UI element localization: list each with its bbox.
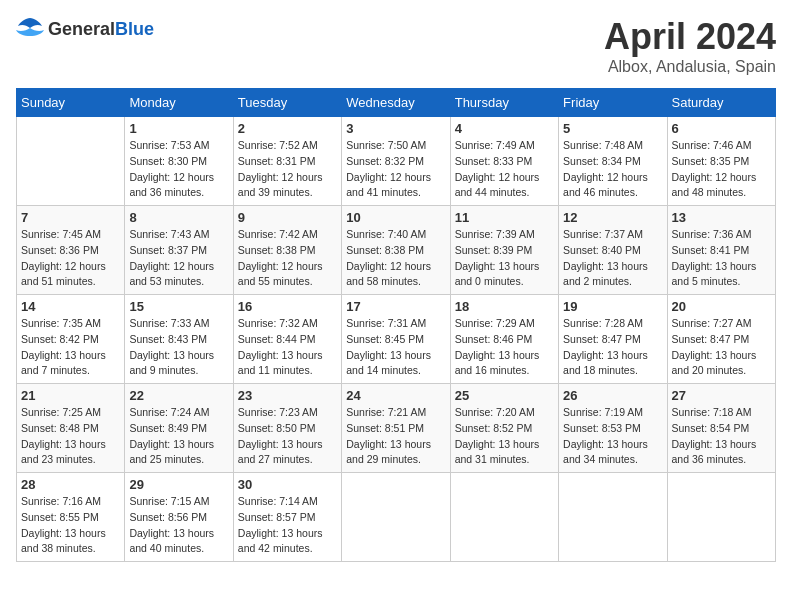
day-number: 11: [455, 210, 554, 225]
calendar-cell: 25Sunrise: 7:20 AMSunset: 8:52 PMDayligh…: [450, 384, 558, 473]
day-number: 13: [672, 210, 771, 225]
calendar-cell: 26Sunrise: 7:19 AMSunset: 8:53 PMDayligh…: [559, 384, 667, 473]
day-number: 28: [21, 477, 120, 492]
calendar-cell: 8Sunrise: 7:43 AMSunset: 8:37 PMDaylight…: [125, 206, 233, 295]
calendar-week-row: 21Sunrise: 7:25 AMSunset: 8:48 PMDayligh…: [17, 384, 776, 473]
calendar-header-row: SundayMondayTuesdayWednesdayThursdayFrid…: [17, 89, 776, 117]
calendar-cell: 18Sunrise: 7:29 AMSunset: 8:46 PMDayligh…: [450, 295, 558, 384]
day-detail: Sunrise: 7:24 AMSunset: 8:49 PMDaylight:…: [129, 405, 228, 468]
day-number: 18: [455, 299, 554, 314]
day-detail: Sunrise: 7:45 AMSunset: 8:36 PMDaylight:…: [21, 227, 120, 290]
day-number: 27: [672, 388, 771, 403]
calendar-cell: 5Sunrise: 7:48 AMSunset: 8:34 PMDaylight…: [559, 117, 667, 206]
day-number: 19: [563, 299, 662, 314]
calendar-cell: 14Sunrise: 7:35 AMSunset: 8:42 PMDayligh…: [17, 295, 125, 384]
calendar-body: 1Sunrise: 7:53 AMSunset: 8:30 PMDaylight…: [17, 117, 776, 562]
day-number: 29: [129, 477, 228, 492]
day-detail: Sunrise: 7:21 AMSunset: 8:51 PMDaylight:…: [346, 405, 445, 468]
day-number: 9: [238, 210, 337, 225]
day-number: 30: [238, 477, 337, 492]
calendar-cell: 1Sunrise: 7:53 AMSunset: 8:30 PMDaylight…: [125, 117, 233, 206]
logo: GeneralBlue: [16, 16, 154, 42]
calendar-cell: 23Sunrise: 7:23 AMSunset: 8:50 PMDayligh…: [233, 384, 341, 473]
day-detail: Sunrise: 7:35 AMSunset: 8:42 PMDaylight:…: [21, 316, 120, 379]
calendar-cell: [450, 473, 558, 562]
day-number: 14: [21, 299, 120, 314]
calendar-cell: 28Sunrise: 7:16 AMSunset: 8:55 PMDayligh…: [17, 473, 125, 562]
calendar-cell: 21Sunrise: 7:25 AMSunset: 8:48 PMDayligh…: [17, 384, 125, 473]
calendar-cell: 13Sunrise: 7:36 AMSunset: 8:41 PMDayligh…: [667, 206, 775, 295]
day-detail: Sunrise: 7:50 AMSunset: 8:32 PMDaylight:…: [346, 138, 445, 201]
calendar-cell: 6Sunrise: 7:46 AMSunset: 8:35 PMDaylight…: [667, 117, 775, 206]
day-detail: Sunrise: 7:15 AMSunset: 8:56 PMDaylight:…: [129, 494, 228, 557]
day-number: 12: [563, 210, 662, 225]
calendar-cell: 11Sunrise: 7:39 AMSunset: 8:39 PMDayligh…: [450, 206, 558, 295]
day-number: 21: [21, 388, 120, 403]
month-title: April 2024: [604, 16, 776, 58]
calendar-cell: 9Sunrise: 7:42 AMSunset: 8:38 PMDaylight…: [233, 206, 341, 295]
calendar-cell: 17Sunrise: 7:31 AMSunset: 8:45 PMDayligh…: [342, 295, 450, 384]
day-detail: Sunrise: 7:43 AMSunset: 8:37 PMDaylight:…: [129, 227, 228, 290]
location-title: Albox, Andalusia, Spain: [604, 58, 776, 76]
calendar-cell: 10Sunrise: 7:40 AMSunset: 8:38 PMDayligh…: [342, 206, 450, 295]
day-number: 15: [129, 299, 228, 314]
day-number: 24: [346, 388, 445, 403]
calendar-cell: [559, 473, 667, 562]
day-detail: Sunrise: 7:48 AMSunset: 8:34 PMDaylight:…: [563, 138, 662, 201]
logo-bird-icon: [16, 16, 44, 38]
day-detail: Sunrise: 7:32 AMSunset: 8:44 PMDaylight:…: [238, 316, 337, 379]
calendar-cell: 22Sunrise: 7:24 AMSunset: 8:49 PMDayligh…: [125, 384, 233, 473]
day-number: 16: [238, 299, 337, 314]
calendar-cell: 7Sunrise: 7:45 AMSunset: 8:36 PMDaylight…: [17, 206, 125, 295]
calendar-cell: 20Sunrise: 7:27 AMSunset: 8:47 PMDayligh…: [667, 295, 775, 384]
day-detail: Sunrise: 7:36 AMSunset: 8:41 PMDaylight:…: [672, 227, 771, 290]
calendar-week-row: 28Sunrise: 7:16 AMSunset: 8:55 PMDayligh…: [17, 473, 776, 562]
calendar-cell: 27Sunrise: 7:18 AMSunset: 8:54 PMDayligh…: [667, 384, 775, 473]
calendar-table: SundayMondayTuesdayWednesdayThursdayFrid…: [16, 88, 776, 562]
day-detail: Sunrise: 7:31 AMSunset: 8:45 PMDaylight:…: [346, 316, 445, 379]
logo-blue-text: Blue: [115, 19, 154, 39]
day-detail: Sunrise: 7:53 AMSunset: 8:30 PMDaylight:…: [129, 138, 228, 201]
calendar-cell: 29Sunrise: 7:15 AMSunset: 8:56 PMDayligh…: [125, 473, 233, 562]
day-number: 26: [563, 388, 662, 403]
calendar-week-row: 14Sunrise: 7:35 AMSunset: 8:42 PMDayligh…: [17, 295, 776, 384]
calendar-cell: [342, 473, 450, 562]
day-detail: Sunrise: 7:14 AMSunset: 8:57 PMDaylight:…: [238, 494, 337, 557]
title-area: April 2024 Albox, Andalusia, Spain: [604, 16, 776, 76]
header: GeneralBlue April 2024 Albox, Andalusia,…: [16, 16, 776, 76]
calendar-cell: [667, 473, 775, 562]
day-detail: Sunrise: 7:23 AMSunset: 8:50 PMDaylight:…: [238, 405, 337, 468]
calendar-cell: [17, 117, 125, 206]
calendar-week-row: 7Sunrise: 7:45 AMSunset: 8:36 PMDaylight…: [17, 206, 776, 295]
calendar-cell: 3Sunrise: 7:50 AMSunset: 8:32 PMDaylight…: [342, 117, 450, 206]
day-number: 23: [238, 388, 337, 403]
day-detail: Sunrise: 7:29 AMSunset: 8:46 PMDaylight:…: [455, 316, 554, 379]
day-detail: Sunrise: 7:46 AMSunset: 8:35 PMDaylight:…: [672, 138, 771, 201]
calendar-header-cell: Tuesday: [233, 89, 341, 117]
day-detail: Sunrise: 7:42 AMSunset: 8:38 PMDaylight:…: [238, 227, 337, 290]
calendar-week-row: 1Sunrise: 7:53 AMSunset: 8:30 PMDaylight…: [17, 117, 776, 206]
day-detail: Sunrise: 7:37 AMSunset: 8:40 PMDaylight:…: [563, 227, 662, 290]
day-number: 25: [455, 388, 554, 403]
calendar-header-cell: Friday: [559, 89, 667, 117]
day-number: 8: [129, 210, 228, 225]
day-detail: Sunrise: 7:25 AMSunset: 8:48 PMDaylight:…: [21, 405, 120, 468]
calendar-header-cell: Thursday: [450, 89, 558, 117]
day-detail: Sunrise: 7:40 AMSunset: 8:38 PMDaylight:…: [346, 227, 445, 290]
day-detail: Sunrise: 7:33 AMSunset: 8:43 PMDaylight:…: [129, 316, 228, 379]
calendar-header-cell: Saturday: [667, 89, 775, 117]
day-detail: Sunrise: 7:19 AMSunset: 8:53 PMDaylight:…: [563, 405, 662, 468]
day-number: 17: [346, 299, 445, 314]
calendar-cell: 2Sunrise: 7:52 AMSunset: 8:31 PMDaylight…: [233, 117, 341, 206]
day-number: 20: [672, 299, 771, 314]
calendar-cell: 15Sunrise: 7:33 AMSunset: 8:43 PMDayligh…: [125, 295, 233, 384]
calendar-cell: 16Sunrise: 7:32 AMSunset: 8:44 PMDayligh…: [233, 295, 341, 384]
calendar-header-cell: Sunday: [17, 89, 125, 117]
day-detail: Sunrise: 7:52 AMSunset: 8:31 PMDaylight:…: [238, 138, 337, 201]
day-number: 4: [455, 121, 554, 136]
calendar-cell: 19Sunrise: 7:28 AMSunset: 8:47 PMDayligh…: [559, 295, 667, 384]
day-number: 3: [346, 121, 445, 136]
calendar-cell: 30Sunrise: 7:14 AMSunset: 8:57 PMDayligh…: [233, 473, 341, 562]
calendar-cell: 12Sunrise: 7:37 AMSunset: 8:40 PMDayligh…: [559, 206, 667, 295]
day-detail: Sunrise: 7:16 AMSunset: 8:55 PMDaylight:…: [21, 494, 120, 557]
